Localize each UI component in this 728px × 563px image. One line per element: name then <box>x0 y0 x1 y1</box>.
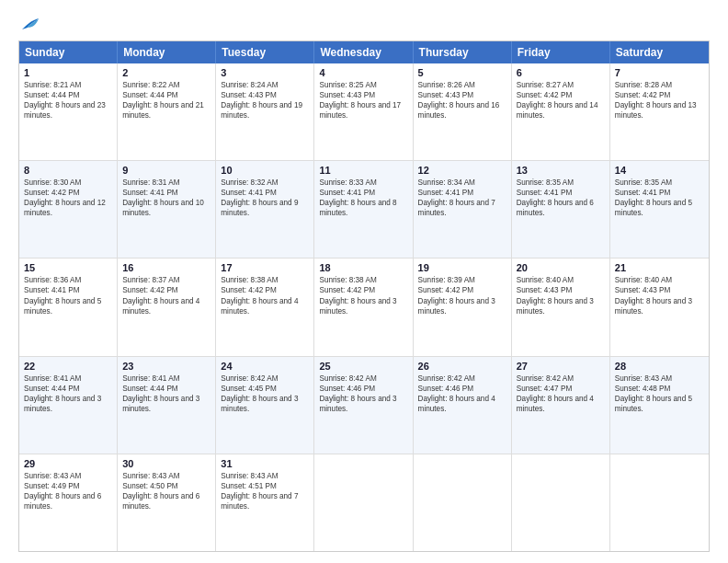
day-number: 24 <box>221 361 309 372</box>
calendar-cell: 29Sunrise: 8:43 AMSunset: 4:49 PMDayligh… <box>19 454 118 551</box>
day-number: 29 <box>24 458 112 469</box>
cell-info: Sunrise: 8:24 AMSunset: 4:43 PMDaylight:… <box>221 80 309 121</box>
cell-info: Sunrise: 8:43 AMSunset: 4:48 PMDaylight:… <box>615 373 704 414</box>
cell-info: Sunrise: 8:35 AMSunset: 4:41 PMDaylight:… <box>517 178 605 218</box>
calendar-cell: 27Sunrise: 8:42 AMSunset: 4:47 PMDayligh… <box>512 357 610 454</box>
calendar-cell: 6Sunrise: 8:27 AMSunset: 4:42 PMDaylight… <box>512 63 610 160</box>
day-number: 10 <box>221 165 309 176</box>
day-number: 31 <box>221 458 309 469</box>
cell-info: Sunrise: 8:41 AMSunset: 4:44 PMDaylight:… <box>24 373 112 414</box>
cell-info: Sunrise: 8:41 AMSunset: 4:44 PMDaylight:… <box>122 373 210 414</box>
day-header-friday: Friday <box>512 41 610 63</box>
day-number: 17 <box>221 262 309 273</box>
cell-info: Sunrise: 8:40 AMSunset: 4:43 PMDaylight:… <box>615 275 704 316</box>
day-number: 12 <box>418 165 506 176</box>
day-number: 2 <box>122 67 210 78</box>
day-number: 25 <box>319 361 407 372</box>
calendar-cell: 11Sunrise: 8:33 AMSunset: 4:41 PMDayligh… <box>314 161 413 258</box>
day-number: 21 <box>615 262 704 273</box>
calendar-header: SundayMondayTuesdayWednesdayThursdayFrid… <box>19 41 709 63</box>
cell-info: Sunrise: 8:35 AMSunset: 4:41 PMDaylight:… <box>615 178 704 218</box>
calendar-cell: 25Sunrise: 8:42 AMSunset: 4:46 PMDayligh… <box>314 357 413 454</box>
page: SundayMondayTuesdayWednesdayThursdayFrid… <box>0 0 728 563</box>
calendar: SundayMondayTuesdayWednesdayThursdayFrid… <box>18 40 710 552</box>
day-number: 7 <box>615 67 704 78</box>
day-number: 9 <box>122 165 210 176</box>
day-header-monday: Monday <box>118 41 216 63</box>
calendar-row: 29Sunrise: 8:43 AMSunset: 4:49 PMDayligh… <box>19 454 709 551</box>
cell-info: Sunrise: 8:38 AMSunset: 4:42 PMDaylight:… <box>221 275 309 316</box>
calendar-cell <box>414 454 512 551</box>
day-number: 5 <box>418 67 506 78</box>
cell-info: Sunrise: 8:43 AMSunset: 4:50 PMDaylight:… <box>122 471 210 511</box>
calendar-cell: 9Sunrise: 8:31 AMSunset: 4:41 PMDaylight… <box>118 161 216 258</box>
calendar-cell <box>610 454 709 551</box>
day-header-thursday: Thursday <box>414 41 512 63</box>
logo-bird-icon <box>20 17 40 31</box>
day-header-sunday: Sunday <box>19 41 118 63</box>
calendar-cell: 8Sunrise: 8:30 AMSunset: 4:42 PMDaylight… <box>19 161 118 258</box>
cell-info: Sunrise: 8:42 AMSunset: 4:46 PMDaylight:… <box>418 373 506 414</box>
calendar-cell: 4Sunrise: 8:25 AMSunset: 4:43 PMDaylight… <box>314 63 413 160</box>
cell-info: Sunrise: 8:32 AMSunset: 4:41 PMDaylight:… <box>221 178 309 218</box>
cell-info: Sunrise: 8:36 AMSunset: 4:41 PMDaylight:… <box>24 275 112 316</box>
day-number: 1 <box>24 67 112 78</box>
day-number: 8 <box>24 165 112 176</box>
calendar-cell: 24Sunrise: 8:42 AMSunset: 4:45 PMDayligh… <box>216 357 314 454</box>
cell-info: Sunrise: 8:34 AMSunset: 4:41 PMDaylight:… <box>418 178 506 218</box>
day-number: 28 <box>615 361 704 372</box>
cell-info: Sunrise: 8:42 AMSunset: 4:45 PMDaylight:… <box>221 373 309 414</box>
cell-info: Sunrise: 8:31 AMSunset: 4:41 PMDaylight:… <box>122 178 210 218</box>
cell-info: Sunrise: 8:33 AMSunset: 4:41 PMDaylight:… <box>319 178 407 218</box>
calendar-cell: 21Sunrise: 8:40 AMSunset: 4:43 PMDayligh… <box>610 259 709 355</box>
calendar-cell: 2Sunrise: 8:22 AMSunset: 4:44 PMDaylight… <box>118 63 216 160</box>
logo-text <box>18 17 40 31</box>
calendar-cell: 12Sunrise: 8:34 AMSunset: 4:41 PMDayligh… <box>414 161 512 258</box>
cell-info: Sunrise: 8:30 AMSunset: 4:42 PMDaylight:… <box>24 178 112 218</box>
calendar-cell: 3Sunrise: 8:24 AMSunset: 4:43 PMDaylight… <box>216 63 314 160</box>
cell-info: Sunrise: 8:28 AMSunset: 4:42 PMDaylight:… <box>615 80 704 121</box>
calendar-cell: 22Sunrise: 8:41 AMSunset: 4:44 PMDayligh… <box>19 357 118 454</box>
cell-info: Sunrise: 8:26 AMSunset: 4:43 PMDaylight:… <box>418 80 506 121</box>
calendar-cell: 7Sunrise: 8:28 AMSunset: 4:42 PMDaylight… <box>610 63 709 160</box>
day-number: 16 <box>122 262 210 273</box>
cell-info: Sunrise: 8:22 AMSunset: 4:44 PMDaylight:… <box>122 80 210 121</box>
header <box>18 17 710 31</box>
cell-info: Sunrise: 8:43 AMSunset: 4:51 PMDaylight:… <box>221 471 309 511</box>
day-number: 22 <box>24 361 112 372</box>
calendar-cell: 31Sunrise: 8:43 AMSunset: 4:51 PMDayligh… <box>216 454 314 551</box>
calendar-cell: 17Sunrise: 8:38 AMSunset: 4:42 PMDayligh… <box>216 259 314 355</box>
day-number: 19 <box>418 262 506 273</box>
calendar-cell: 10Sunrise: 8:32 AMSunset: 4:41 PMDayligh… <box>216 161 314 258</box>
day-header-wednesday: Wednesday <box>314 41 413 63</box>
day-number: 14 <box>615 165 704 176</box>
day-number: 11 <box>319 165 407 176</box>
calendar-row: 15Sunrise: 8:36 AMSunset: 4:41 PMDayligh… <box>19 258 709 355</box>
cell-info: Sunrise: 8:40 AMSunset: 4:43 PMDaylight:… <box>517 275 605 316</box>
calendar-cell <box>314 454 413 551</box>
calendar-cell: 16Sunrise: 8:37 AMSunset: 4:42 PMDayligh… <box>118 259 216 355</box>
cell-info: Sunrise: 8:43 AMSunset: 4:49 PMDaylight:… <box>24 471 112 511</box>
calendar-cell: 26Sunrise: 8:42 AMSunset: 4:46 PMDayligh… <box>414 357 512 454</box>
calendar-row: 1Sunrise: 8:21 AMSunset: 4:44 PMDaylight… <box>19 63 709 160</box>
calendar-cell: 19Sunrise: 8:39 AMSunset: 4:42 PMDayligh… <box>414 259 512 355</box>
calendar-row: 22Sunrise: 8:41 AMSunset: 4:44 PMDayligh… <box>19 356 709 454</box>
cell-info: Sunrise: 8:37 AMSunset: 4:42 PMDaylight:… <box>122 275 210 316</box>
day-number: 27 <box>517 361 605 372</box>
calendar-cell: 30Sunrise: 8:43 AMSunset: 4:50 PMDayligh… <box>118 454 216 551</box>
cell-info: Sunrise: 8:42 AMSunset: 4:46 PMDaylight:… <box>319 373 407 414</box>
calendar-cell: 23Sunrise: 8:41 AMSunset: 4:44 PMDayligh… <box>118 357 216 454</box>
logo <box>18 17 40 31</box>
day-number: 20 <box>517 262 605 273</box>
day-number: 3 <box>221 67 309 78</box>
day-number: 13 <box>517 165 605 176</box>
calendar-cell <box>512 454 610 551</box>
day-header-saturday: Saturday <box>610 41 709 63</box>
day-number: 6 <box>517 67 605 78</box>
calendar-cell: 13Sunrise: 8:35 AMSunset: 4:41 PMDayligh… <box>512 161 610 258</box>
cell-info: Sunrise: 8:42 AMSunset: 4:47 PMDaylight:… <box>517 373 605 414</box>
calendar-cell: 5Sunrise: 8:26 AMSunset: 4:43 PMDaylight… <box>414 63 512 160</box>
calendar-cell: 20Sunrise: 8:40 AMSunset: 4:43 PMDayligh… <box>512 259 610 355</box>
calendar-cell: 15Sunrise: 8:36 AMSunset: 4:41 PMDayligh… <box>19 259 118 355</box>
calendar-row: 8Sunrise: 8:30 AMSunset: 4:42 PMDaylight… <box>19 160 709 258</box>
